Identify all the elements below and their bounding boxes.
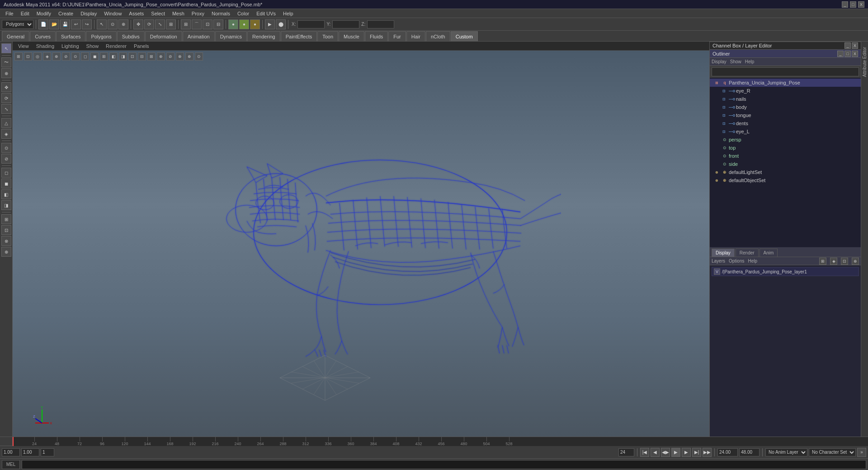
- script-input[interactable]: [22, 460, 866, 469]
- tab-polygons[interactable]: Polygons: [86, 31, 116, 41]
- tab-hair[interactable]: Hair: [406, 31, 425, 41]
- panel-close-btn[interactable]: X: [852, 42, 858, 49]
- tree-item-nails[interactable]: ⊡—onails: [710, 95, 861, 103]
- vp-ctrl-9[interactable]: ◼: [90, 52, 99, 61]
- tree-item-root[interactable]: ⊞qPanthera_Uncia_Jumping_Pose: [710, 79, 861, 87]
- range-start-input[interactable]: [717, 448, 738, 456]
- poly-tool-btn[interactable]: △: [1, 118, 11, 128]
- tab-painteffects[interactable]: PaintEffects: [281, 31, 317, 41]
- outliner-max-btn[interactable]: □: [844, 51, 851, 57]
- color-btn-yellow[interactable]: ●: [239, 19, 249, 29]
- ch-icon-4[interactable]: ⊕: [852, 258, 859, 265]
- soft-tool-btn[interactable]: ⊙: [1, 143, 11, 153]
- snap-view-btn[interactable]: ⊟: [213, 19, 223, 29]
- tree-item-tongue[interactable]: ⊡—otongue: [710, 111, 861, 119]
- redo-btn[interactable]: ↪: [82, 19, 92, 29]
- vp-ctrl-16[interactable]: ⊕: [157, 52, 165, 61]
- sculpt-tool-btn[interactable]: ◈: [1, 129, 11, 139]
- manip-btn[interactable]: ⊞: [166, 19, 176, 29]
- tab-surfaces[interactable]: Surfaces: [56, 31, 85, 41]
- vp-ctrl-1[interactable]: ⊞: [14, 52, 23, 61]
- menu-item-assets[interactable]: Assets: [125, 9, 147, 18]
- pb-prev-key[interactable]: |◀: [640, 448, 649, 457]
- attribute-editor-label[interactable]: Attribute Editor: [862, 43, 867, 80]
- vp-ctrl-6[interactable]: ⊘: [62, 52, 70, 61]
- move-btn[interactable]: ✥: [133, 19, 143, 29]
- range-end-input[interactable]: [739, 448, 760, 456]
- bc-expand-btn[interactable]: »: [857, 448, 866, 457]
- save-btn[interactable]: 💾: [60, 19, 70, 29]
- snap-point-btn[interactable]: ⊡: [203, 19, 212, 29]
- tab-muscle[interactable]: Muscle: [339, 31, 364, 41]
- vp-ctrl-18[interactable]: ⊗: [176, 52, 184, 61]
- vp-ctrl-8[interactable]: ◻: [81, 52, 89, 61]
- timeline-start-input[interactable]: [2, 448, 20, 456]
- x-input[interactable]: [297, 20, 325, 28]
- tree-item-dents[interactable]: ⊡—odents: [710, 119, 861, 127]
- snap-btn[interactable]: ⊞: [1, 214, 11, 224]
- vp-ctrl-15[interactable]: ⊞: [147, 52, 156, 61]
- tab-general[interactable]: General: [2, 31, 29, 41]
- timeline-current-input[interactable]: [21, 448, 39, 456]
- select-tool-btn[interactable]: ↖: [1, 43, 11, 53]
- new-btn[interactable]: 📄: [38, 19, 48, 29]
- menu-item-normals[interactable]: Normals: [208, 9, 234, 18]
- menu-item-file[interactable]: File: [2, 9, 17, 18]
- tree-item-persp[interactable]: ⊙persp: [710, 136, 861, 144]
- ch-sub-options[interactable]: Options: [729, 258, 744, 263]
- tree-item-defaultLightSet[interactable]: ⊕⊕defaultLightSet: [710, 168, 861, 176]
- ch-icon-1[interactable]: ⊞: [819, 258, 826, 265]
- tree-item-body[interactable]: ⊡—obody: [710, 103, 861, 111]
- tree-item-top[interactable]: ⊙top: [710, 144, 861, 152]
- undo-btn[interactable]: ↩: [71, 19, 81, 29]
- tab-deformation[interactable]: Deformation: [145, 31, 182, 41]
- pb-next-key[interactable]: ▶|: [692, 448, 701, 457]
- vp-menu-view[interactable]: View: [14, 42, 33, 51]
- menu-item-display[interactable]: Display: [77, 9, 100, 18]
- curve-tool-btn[interactable]: 〜: [1, 57, 11, 67]
- layer-v-indicator[interactable]: V: [714, 268, 720, 275]
- scale-tool-btn[interactable]: ⤡: [1, 104, 11, 114]
- display1-btn[interactable]: ◻: [1, 168, 11, 178]
- mode-select[interactable]: Polygons: [2, 20, 33, 29]
- vp-ctrl-2[interactable]: ⊡: [24, 52, 32, 61]
- channel-tab-anim[interactable]: Anim: [760, 249, 778, 257]
- select-btn[interactable]: ↖: [97, 19, 107, 29]
- menu-item-modify[interactable]: Modify: [33, 9, 55, 18]
- paint-btn[interactable]: ⊕: [118, 19, 128, 29]
- outliner-expand-btn[interactable]: _: [837, 51, 844, 57]
- color-btn-green[interactable]: ●: [228, 19, 238, 29]
- tree-item-front[interactable]: ⊙front: [710, 152, 861, 160]
- ch-icon-3[interactable]: ⊡: [841, 258, 848, 265]
- outliner-search-input[interactable]: [712, 67, 859, 76]
- snap-grid-btn[interactable]: ⊞: [181, 19, 191, 29]
- channel-tab-display[interactable]: Display: [712, 249, 735, 257]
- menu-item-help[interactable]: Help: [279, 9, 297, 18]
- menu-item-window[interactable]: Window: [100, 9, 125, 18]
- menu-item-create[interactable]: Create: [55, 9, 77, 18]
- vp-ctrl-20[interactable]: ⊙: [195, 52, 203, 61]
- outliner-menu-help[interactable]: Help: [745, 59, 755, 64]
- timeline-frame-input[interactable]: [41, 448, 54, 456]
- display2-btn[interactable]: ◼: [1, 179, 11, 188]
- tab-dynamics[interactable]: Dynamics: [215, 31, 247, 41]
- move-tool-btn[interactable]: ✥: [1, 82, 11, 92]
- misc3-btn[interactable]: ⊕: [1, 247, 11, 257]
- vp-ctrl-12[interactable]: ◨: [119, 52, 127, 61]
- viewport[interactable]: ⊞ ⊡ ◎ ◈ ⊕ ⊘ ⊙ ◻ ◼ ⊞ ◧ ◨ ⊡ ⊟ ⊞ ⊕ ⊘ ⊗ ⊕ ⊙: [13, 51, 709, 437]
- menu-item-edit[interactable]: Edit: [17, 9, 33, 18]
- panel-minimize-btn[interactable]: _: [844, 42, 851, 49]
- ipr-btn[interactable]: ⬤: [276, 19, 286, 29]
- vp-menu-lighting[interactable]: Lighting: [58, 42, 83, 51]
- pb-next-frame[interactable]: ▶: [682, 448, 691, 457]
- menu-item-mesh[interactable]: Mesh: [169, 9, 188, 18]
- snap-curve-btn[interactable]: ⌒: [192, 19, 202, 29]
- render-btn[interactable]: ▶: [265, 19, 275, 29]
- vp-ctrl-19[interactable]: ⊕: [185, 52, 193, 61]
- vp-ctrl-11[interactable]: ◧: [109, 52, 118, 61]
- y-input[interactable]: [332, 20, 359, 28]
- tab-subdivs[interactable]: Subdivs: [117, 31, 145, 41]
- color-btn-orange[interactable]: ●: [250, 19, 260, 29]
- timeline-ruler[interactable]: 1244872961201441681922162402642883123363…: [13, 437, 868, 446]
- tab-custom[interactable]: Custom: [451, 31, 478, 41]
